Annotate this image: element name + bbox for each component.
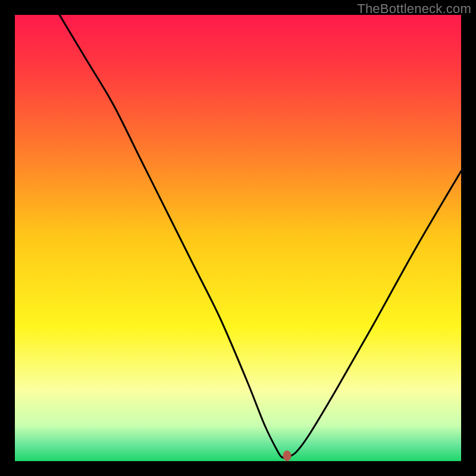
watermark-text: TheBottleneck.com — [357, 1, 471, 17]
optimal-point-marker — [283, 450, 292, 461]
chart-container: TheBottleneck.com — [0, 0, 476, 476]
plot-area — [15, 15, 461, 461]
gradient-background — [15, 15, 461, 461]
chart-svg — [15, 15, 461, 461]
